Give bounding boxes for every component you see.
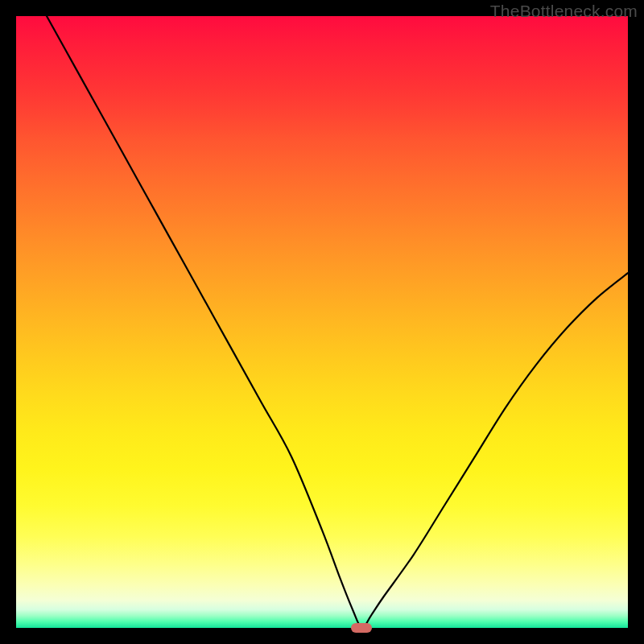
curve-layer [16, 16, 628, 628]
optimum-marker [351, 623, 372, 633]
bottleneck-curve [47, 16, 628, 628]
chart-frame [16, 16, 628, 628]
plot-area [16, 16, 628, 628]
watermark: TheBottleneck.com [490, 2, 638, 21]
